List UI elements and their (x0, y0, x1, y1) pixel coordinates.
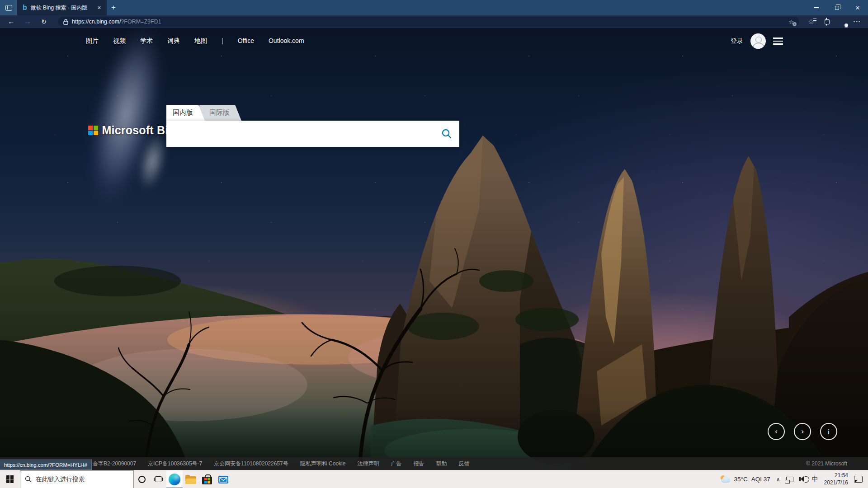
restore-icon (835, 6, 839, 10)
footer-privacy[interactable]: 隐私声明和 Cookie (300, 460, 346, 468)
address-bar[interactable]: https://cn.bing.com/?FORM=Z9FD1 ☆+ (58, 17, 799, 27)
page-footer: 合字B2-20090007 京ICP备10036305号-7 京公网安备1101… (0, 457, 868, 470)
refresh-button[interactable]: ↻ (37, 19, 51, 25)
clock-date: 2021/7/16 (824, 479, 848, 487)
partly-cloudy-icon (720, 475, 731, 483)
nav-academic[interactable]: 学术 (140, 37, 153, 45)
new-tab-button[interactable]: + (107, 0, 120, 15)
search-tabs: 国内版 国际版 (166, 105, 459, 121)
favorites-lines-icon (813, 19, 816, 22)
titlebar-spacer (120, 0, 806, 15)
taskbar-clock[interactable]: 21:54 2021/7/16 (824, 472, 848, 486)
hidden-icons-button[interactable]: ∧ (776, 476, 780, 483)
carousel-prev-button[interactable]: ‹ (768, 423, 785, 440)
windows-logo-icon (6, 475, 14, 483)
nav-images[interactable]: 图片 (86, 37, 99, 45)
taskbar-search-box[interactable] (20, 470, 134, 488)
footer-psb[interactable]: 京公网安备11010802022657号 (214, 460, 288, 468)
restore-button[interactable] (826, 0, 847, 15)
weather-widget[interactable]: 35°C AQI 37 (720, 475, 770, 483)
tab-title: 微软 Bing 搜索 - 国内版 (31, 4, 92, 12)
add-favorite-icon[interactable]: ☆+ (787, 19, 796, 25)
nav-videos[interactable]: 视频 (113, 37, 126, 45)
footer-copyright: © 2021 Microsoft (806, 460, 868, 467)
nav-dictionary[interactable]: 词典 (167, 37, 180, 45)
footer-icp[interactable]: 京ICP备10036305号-7 (148, 460, 202, 468)
clock-time: 21:54 (824, 472, 848, 479)
footer-report[interactable]: 报告 (413, 460, 424, 468)
carousel-info-button[interactable]: i (820, 423, 837, 440)
edge-icon (169, 474, 180, 485)
weather-temp: 35°C (734, 476, 748, 483)
minimize-icon (814, 7, 819, 8)
collections-icon (826, 18, 827, 26)
close-button[interactable]: ✕ (847, 0, 868, 15)
browser-tab[interactable]: b 微软 Bing 搜索 - 国内版 ✕ (17, 0, 107, 15)
nav-divider: | (222, 37, 223, 45)
cortana-icon (138, 476, 146, 483)
footer-legal[interactable]: 法律声明 (357, 460, 379, 468)
footer-help[interactable]: 帮助 (436, 460, 447, 468)
browser-titlebar: b 微软 Bing 搜索 - 国内版 ✕ + ✕ (0, 0, 868, 15)
file-explorer-button[interactable] (183, 470, 199, 488)
tab-domestic[interactable]: 国内版 (166, 105, 205, 121)
nav-maps[interactable]: 地图 (194, 37, 207, 45)
nav-outlook[interactable]: Outlook.com (269, 37, 304, 45)
bing-nav: 图片 视频 学术 词典 地图 | Office Outlook.com (86, 37, 304, 45)
cortana-button[interactable] (134, 470, 150, 488)
taskbar-tray: 35°C AQI 37 ∧ 中 21:54 2021/7/16 (720, 472, 868, 486)
search-icon (441, 128, 452, 139)
nav-office[interactable]: Office (238, 37, 254, 45)
volume-icon[interactable] (799, 477, 803, 481)
signin-link[interactable]: 登录 (731, 37, 743, 45)
action-center-icon[interactable] (854, 476, 863, 483)
settings-menu-button[interactable]: ··· (851, 18, 863, 25)
task-view-button[interactable] (150, 470, 166, 488)
weather-aqi: AQI 37 (751, 476, 770, 483)
start-button[interactable] (0, 470, 20, 488)
minimize-button[interactable] (806, 0, 826, 15)
carousel-next-button[interactable]: › (794, 423, 811, 440)
file-explorer-icon (185, 476, 196, 484)
taskbar-search-input[interactable] (36, 476, 117, 483)
ime-indicator[interactable]: 中 (812, 475, 818, 483)
tab-actions-button[interactable] (0, 0, 17, 15)
search-button[interactable] (434, 121, 459, 147)
url-main: https://cn.bing.com/ (72, 19, 121, 25)
store-icon (202, 477, 212, 484)
edge-taskbar-button[interactable] (166, 470, 183, 488)
hamburger-menu-icon[interactable] (773, 38, 783, 45)
link-status-tooltip: https://cn.bing.com/?FORM=HYLH# (0, 460, 92, 470)
favorite-plus-badge: + (793, 22, 797, 26)
store-button[interactable] (199, 470, 215, 488)
screen: b 微软 Bing 搜索 - 国内版 ✕ + ✕ ← → ↻ https://c… (0, 0, 868, 488)
window-controls: ✕ (806, 0, 868, 15)
lock-icon (63, 19, 68, 25)
footer-license[interactable]: 合字B2-20090007 (93, 460, 136, 468)
task-view-icon (156, 476, 161, 482)
url-param: ?FORM=Z9FD1 (121, 19, 161, 25)
favorites-button[interactable]: ☆ (805, 18, 817, 25)
search-input[interactable] (166, 121, 434, 147)
back-button[interactable]: ← (5, 18, 18, 25)
taskbar-search-icon (25, 476, 32, 483)
tab-international[interactable]: 国际版 (199, 105, 241, 121)
forward-button[interactable]: → (21, 18, 34, 25)
microsoft-logo-icon (88, 126, 98, 136)
search-box (166, 121, 459, 147)
footer-ads[interactable]: 广告 (391, 460, 401, 468)
landscape-illustration (0, 28, 868, 470)
mail-button[interactable] (215, 470, 231, 488)
footer-feedback[interactable]: 反馈 (458, 460, 469, 468)
user-avatar-icon[interactable] (750, 33, 766, 49)
bing-header-right: 登录 (731, 33, 783, 49)
search-module: 国内版 国际版 (166, 105, 459, 147)
network-icon[interactable] (786, 477, 793, 482)
collections-button[interactable] (820, 18, 833, 25)
tab-actions-icon (5, 5, 12, 11)
mail-icon (218, 474, 229, 485)
tab-close-icon[interactable]: ✕ (95, 4, 103, 12)
windows-taskbar: 35°C AQI 37 ∧ 中 21:54 2021/7/16 (0, 470, 868, 488)
browser-toolbar: ← → ↻ https://cn.bing.com/?FORM=Z9FD1 ☆+… (0, 15, 868, 28)
bing-page: 图片 视频 学术 词典 地图 | Office Outlook.com 登录 M… (0, 28, 868, 470)
